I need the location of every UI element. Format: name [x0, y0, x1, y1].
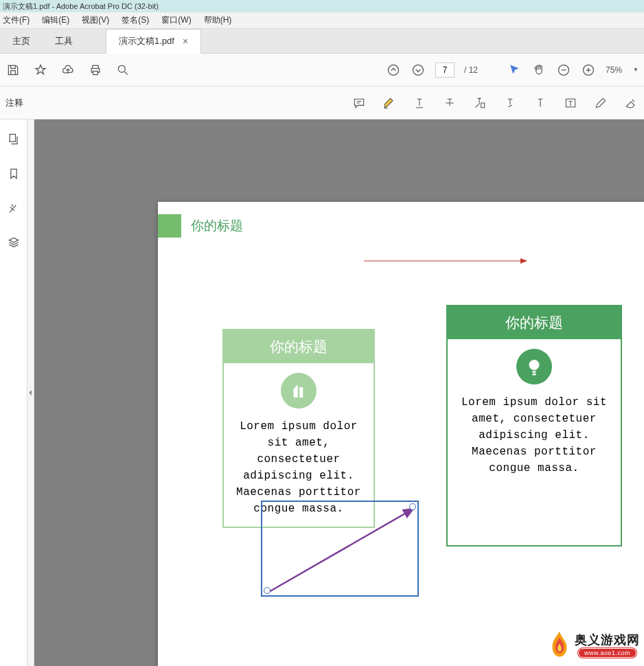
watermark-url: www.aoe1.com [578, 648, 636, 658]
zoom-out-icon[interactable] [556, 62, 571, 78]
menu-view[interactable]: 视图(V) [82, 14, 109, 26]
text-note-icon[interactable] [503, 95, 518, 111]
annotation-selection-box[interactable] [261, 501, 419, 597]
page-total: / 12 [464, 65, 478, 75]
menu-sign[interactable]: 签名(S) [122, 14, 149, 26]
tab-tools[interactable]: 工具 [43, 30, 85, 53]
layers-icon[interactable] [6, 235, 21, 250]
menu-bar: 文件(F) 编辑(E) 视图(V) 签名(S) 窗口(W) 帮助(H) [0, 12, 644, 29]
underline-text-icon[interactable] [412, 95, 427, 111]
red-arrow-graphic [364, 257, 529, 265]
pencil-icon[interactable] [593, 95, 608, 111]
card-2-title: 你的标题 [448, 306, 621, 339]
zoom-dropdown-icon[interactable]: ▼ [633, 67, 639, 73]
page-number-input[interactable] [435, 62, 455, 78]
flame-icon [547, 630, 572, 659]
lightbulb-icon [516, 349, 552, 384]
thumbnails-icon[interactable] [6, 132, 21, 147]
menu-help[interactable]: 帮助(H) [204, 14, 232, 26]
svg-marker-8 [520, 258, 527, 264]
strikethrough-icon[interactable] [442, 95, 457, 111]
svg-point-2 [413, 65, 424, 75]
content-card-2: 你的标题 Lorem ipsum dolor sit amet, consect… [446, 305, 622, 547]
hand-tool-icon[interactable] [531, 62, 547, 78]
star-icon[interactable] [33, 62, 48, 78]
select-tool-icon[interactable] [507, 62, 522, 78]
save-icon[interactable] [5, 62, 21, 78]
menu-window[interactable]: 窗口(W) [161, 14, 191, 26]
tab-document-label: 演示文稿1.pdf [119, 35, 174, 47]
watermark: 奥义游戏网 www.aoe1.com [547, 630, 640, 659]
add-text-icon[interactable] [533, 95, 548, 111]
page-heading: 你的标题 [191, 217, 243, 235]
annotation-arrow-line[interactable] [262, 502, 420, 598]
annotation-handle-end[interactable] [409, 503, 416, 510]
page-up-icon[interactable] [386, 62, 401, 78]
window-title: 演示文稿1.pdf - Adobe Acrobat Pro DC (32-bit… [3, 1, 159, 12]
workspace: 你的标题 你的标题 Lorem ipsum dolor sit amet, co… [0, 119, 644, 666]
attachments-icon[interactable] [6, 200, 21, 216]
title-bar: 演示文稿1.pdf - Adobe Acrobat Pro DC (32-bit… [0, 0, 644, 12]
svg-point-9 [529, 360, 540, 370]
main-toolbar: / 12 75%▼ [0, 54, 644, 87]
cloud-icon[interactable] [60, 62, 76, 78]
document-canvas[interactable]: 你的标题 你的标题 Lorem ipsum dolor sit amet, co… [34, 119, 644, 666]
content-card-1: 你的标题 Lorem ipsum dolor sit amet, consect… [222, 329, 375, 528]
highlight-icon[interactable] [382, 95, 397, 111]
card-1-title: 你的标题 [224, 330, 373, 363]
panel-collapse-icon[interactable] [27, 119, 34, 666]
text-callout-icon[interactable] [472, 95, 487, 111]
chart-icon [281, 373, 317, 409]
tab-close-icon[interactable]: × [183, 36, 188, 47]
card-2-body: Lorem ipsum dolor sit amet, consectetuer… [448, 394, 621, 476]
pdf-page: 你的标题 你的标题 Lorem ipsum dolor sit amet, co… [158, 202, 644, 666]
text-box-icon[interactable] [563, 95, 578, 111]
page-down-icon[interactable] [411, 62, 426, 78]
svg-line-10 [268, 509, 413, 593]
search-icon[interactable] [115, 62, 130, 78]
print-icon[interactable] [88, 62, 103, 78]
heading-decorator [158, 214, 181, 238]
side-panel [0, 119, 27, 666]
comment-icon[interactable] [352, 95, 367, 111]
eraser-icon[interactable] [623, 95, 639, 111]
tab-document[interactable]: 演示文稿1.pdf × [106, 29, 201, 54]
watermark-title: 奥义游戏网 [575, 632, 640, 648]
zoom-value: 75% [606, 65, 622, 75]
tab-bar: 主页 工具 演示文稿1.pdf × [0, 29, 644, 54]
annotation-handle-start[interactable] [264, 587, 271, 594]
svg-rect-6 [10, 135, 15, 142]
svg-point-0 [118, 65, 125, 72]
tab-home[interactable]: 主页 [0, 30, 43, 53]
zoom-in-icon[interactable] [581, 62, 596, 78]
annotation-label: 注释 [5, 97, 23, 109]
menu-file[interactable]: 文件(F) [3, 14, 30, 26]
menu-edit[interactable]: 编辑(E) [42, 14, 69, 26]
annotation-toolbar: 注释 [0, 87, 644, 119]
svg-point-1 [389, 65, 399, 75]
bookmark-icon[interactable] [6, 166, 21, 181]
